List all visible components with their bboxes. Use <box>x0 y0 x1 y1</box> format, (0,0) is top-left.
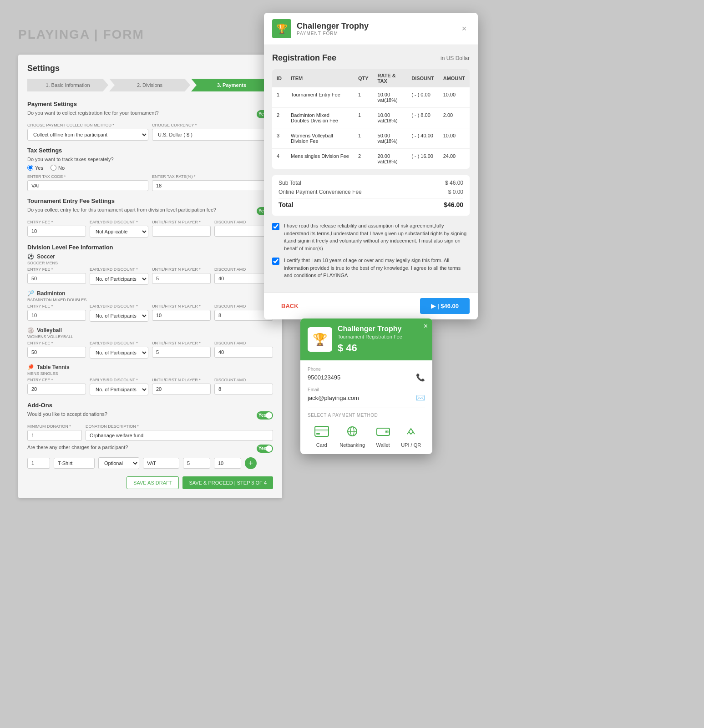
soccer-until[interactable] <box>152 273 211 284</box>
col-id: ID <box>272 69 286 87</box>
tabletennis-earlybird[interactable]: No. of Participants <box>90 384 148 395</box>
currency-select[interactable]: U.S. Dollar ( $ ) <box>152 129 273 141</box>
row1-id: 1 <box>272 87 286 108</box>
rzp-close-button[interactable]: × <box>424 322 428 330</box>
step-3[interactable]: 3. Payments <box>191 79 272 91</box>
tax-rate-input[interactable] <box>152 180 273 191</box>
email-icon: ✉️ <box>416 394 425 402</box>
svg-rect-2 <box>316 433 320 435</box>
soccer-entry-fee[interactable] <box>27 273 86 284</box>
agreement-1-checkbox[interactable] <box>272 223 279 230</box>
charge-qty-input[interactable] <box>27 458 50 469</box>
entry-fee-input[interactable] <box>27 226 86 237</box>
row1-discount: ( - ) 0.00 <box>407 87 439 108</box>
settings-panel: Settings 1. Basic Information 2. Divisio… <box>18 55 282 498</box>
volleyball-discount[interactable] <box>214 347 273 358</box>
collection-method-select[interactable]: Collect offline from the participant <box>27 129 148 141</box>
step-1[interactable]: 1. Basic Information <box>27 79 108 91</box>
earlybird-select[interactable]: Not Applicable <box>90 226 148 238</box>
tax-settings-heading: Tax Settings <box>27 147 273 154</box>
save-draft-button[interactable]: SAVE AS DRAFT <box>127 476 179 489</box>
col-amount: AMOUNT <box>439 69 470 87</box>
col-rate: RATE & TAX <box>373 69 407 87</box>
row4-id: 4 <box>272 149 286 169</box>
charge-tax-input[interactable] <box>143 458 179 469</box>
steps-bar: 1. Basic Information 2. Divisions 3. Pay… <box>27 79 273 91</box>
card-method[interactable]: Card <box>312 423 332 448</box>
volleyball-until[interactable] <box>152 347 211 358</box>
add-charge-button[interactable]: + <box>245 457 257 469</box>
tabletennis-until[interactable] <box>152 384 211 394</box>
wallet-icon <box>373 423 393 440</box>
total-label: Total <box>279 201 293 208</box>
until-label: UNTIL/FIRST N PLAYER * <box>152 220 211 224</box>
tabletennis-entry-fee[interactable] <box>27 384 86 394</box>
tax-rate-label: ENTER TAX RATE(%) * <box>152 174 273 179</box>
min-donation-input[interactable] <box>27 430 82 441</box>
other-charges-toggle[interactable]: Yes <box>257 445 273 453</box>
reg-fee-header: Registration Fee in US Dollar <box>272 53 470 63</box>
soccer-icon: ⚽ <box>27 253 34 260</box>
row2-item: Badminton Mixed Doubles Division Fee <box>286 108 354 128</box>
back-button[interactable]: BACK <box>272 299 308 313</box>
card-icon <box>312 423 332 440</box>
proceed-button[interactable]: SAVE & PROCEED | STEP 3 OF 4 <box>182 476 273 489</box>
donation-desc-input[interactable] <box>86 430 273 441</box>
rzp-name: Challenger Trophy <box>338 325 402 333</box>
tabletennis-discount[interactable] <box>214 384 273 394</box>
row4-rate: 20.00 vat(18%) <box>373 149 407 169</box>
netbanking-method[interactable]: Netbanking <box>339 423 365 448</box>
badminton-until[interactable] <box>152 310 211 321</box>
soccer-earlybird[interactable]: No. of Participants <box>90 273 148 285</box>
row2-amount: 2.00 <box>439 108 470 128</box>
charge-total-input[interactable] <box>214 458 241 469</box>
payment-settings-heading: Payment Settings <box>27 101 273 107</box>
soccer-division-label: SOCCER MENS <box>27 261 273 265</box>
volleyball-earlybird[interactable]: No. of Participants <box>90 347 148 359</box>
volleyball-entry-fee[interactable] <box>27 347 86 358</box>
rzp-select-label: SELECT A PAYMENT METHOD <box>308 413 425 418</box>
division-fee-heading: Division Level Fee Information <box>27 244 273 251</box>
charge-amount-input[interactable] <box>183 458 210 469</box>
pay-button[interactable]: ▶ | $46.00 <box>420 298 470 314</box>
donations-toggle[interactable]: Yes <box>257 411 273 420</box>
modal-close-button[interactable]: × <box>459 23 470 34</box>
agreement-2-checkbox[interactable] <box>272 258 279 265</box>
subtotal-row: Sub Total $ 46.00 <box>279 180 463 186</box>
tax-question: Do you want to track taxes seperately? <box>27 157 273 162</box>
tax-code-input[interactable] <box>27 180 148 191</box>
row1-item: Tournament Entry Fee <box>286 87 354 108</box>
tabletennis-icon: 🏓 <box>27 364 34 370</box>
modal-footer: BACK ▶ | $46.00 <box>264 292 478 319</box>
settings-title: Settings <box>27 64 273 73</box>
row3-discount: ( - ) 40.00 <box>407 128 439 149</box>
until-input[interactable] <box>152 226 211 237</box>
upi-method-label: UPI / QR <box>401 442 421 448</box>
charge-optional-select[interactable]: Optional <box>98 457 139 469</box>
total-value: $46.00 <box>444 201 463 208</box>
rzp-email-value: jack@playinga.com ✉️ <box>308 394 425 402</box>
upi-method[interactable]: UPI / QR <box>401 423 421 448</box>
volleyball-division-label: WOMENS VOLLEYBALL <box>27 334 273 339</box>
rzp-email-label: Email <box>308 387 425 392</box>
modal-header-left: 🏆 Challenger Trophy PAYMENT FORM <box>272 19 369 38</box>
step-2[interactable]: 2. Divisions <box>109 79 190 91</box>
addons-heading: Add-Ons <box>27 402 273 409</box>
charge-name-input[interactable] <box>54 458 95 469</box>
phone-icon: 📞 <box>416 373 425 382</box>
badminton-earlybird[interactable]: No. of Participants <box>90 310 148 322</box>
badminton-division-label: BADMINTON MIXED DOUBLES <box>27 298 273 302</box>
row1-amount: 10.00 <box>439 87 470 108</box>
sport-tabletennis: 🏓 Table Tennis MENS SINGLES ENTRY FEE * … <box>27 364 273 395</box>
rzp-logo-row: 🏆 Challenger Trophy Tournament Registrat… <box>308 325 425 354</box>
tax-no-radio[interactable]: No <box>51 165 65 171</box>
agreement-1-text: I have read this release reliability and… <box>284 222 470 252</box>
tax-yes-radio[interactable]: Yes <box>27 165 43 171</box>
razorpay-widget: × 🏆 Challenger Trophy Tournament Registr… <box>300 318 432 454</box>
rzp-payment-methods: Card Netbanking <box>308 423 425 448</box>
wallet-method[interactable]: Wallet <box>373 423 393 448</box>
badminton-entry-fee[interactable] <box>27 310 86 321</box>
row4-qty: 2 <box>354 149 373 169</box>
sport-volleyball-title: 🏐 Volleyball <box>27 327 273 334</box>
convenience-fee-row: Online Payment Convenience Fee $ 0.00 <box>279 189 463 195</box>
